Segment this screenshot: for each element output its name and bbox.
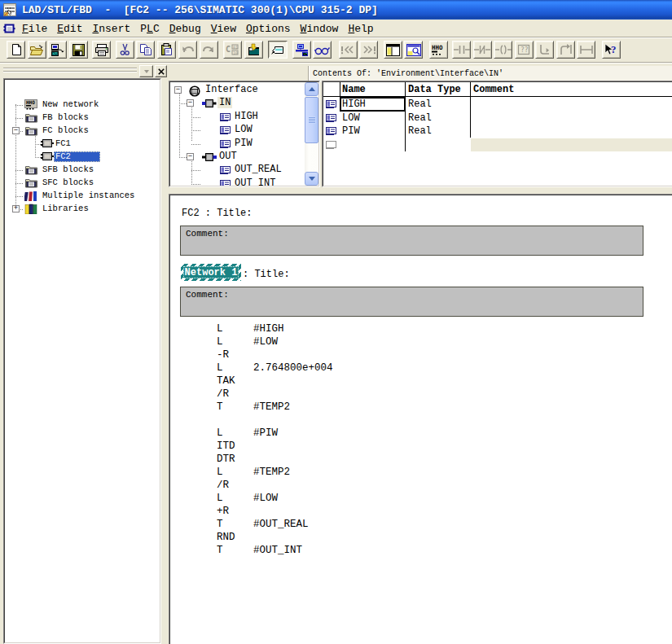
network-chip[interactable]: Network 1 [181, 264, 241, 281]
chevron-down-icon [309, 177, 315, 181]
comment-label: Comment: [186, 290, 229, 300]
expander-minus-icon[interactable]: − [174, 86, 182, 94]
overview-close-button[interactable] [155, 65, 167, 77]
table-row[interactable]: HIGHReal [323, 98, 672, 111]
save-icon [72, 44, 85, 56]
overview-pane: HHONew networkFB blocks−FC blocksFC1FC2S… [0, 64, 169, 644]
multi-icon [24, 191, 37, 201]
table-row[interactable]: LOWReal [323, 112, 672, 125]
open-branch-icon [538, 44, 552, 55]
menu-items: FileEditInsertPLCDebugViewOptionsWindowH… [15, 21, 379, 36]
close-branch-button [556, 41, 575, 59]
decl-icon [219, 112, 231, 121]
download-button[interactable] [48, 41, 67, 59]
open-icon [29, 44, 44, 56]
menu-insert[interactable]: Insert [87, 21, 135, 37]
network-comment-box[interactable]: Comment: [180, 287, 643, 317]
table-row[interactable]: PIWReal [323, 125, 672, 138]
paste-button[interactable] [157, 41, 176, 59]
document-window-icon[interactable] [3, 24, 15, 34]
folder-icon [24, 125, 38, 136]
menu-edit[interactable]: Edit [52, 21, 87, 37]
overview-item-label[interactable]: SFB blocks [41, 164, 95, 175]
overview-item-label[interactable]: New network [41, 99, 100, 110]
overview-item-label[interactable]: Libraries [41, 204, 90, 214]
interface-tree-scrollbar[interactable] [305, 82, 318, 186]
help-button[interactable]: ? [602, 41, 621, 59]
menu-help[interactable]: Help [343, 21, 378, 37]
overview-grip[interactable] [3, 68, 137, 72]
save-button[interactable] [69, 41, 88, 59]
interface-item-high[interactable]: HIGH [233, 111, 260, 122]
chevron-up-icon [309, 87, 315, 91]
menu-view[interactable]: View [206, 21, 241, 37]
interface-item-out_int[interactable]: OUT_INT [233, 177, 277, 186]
expander-plus-icon[interactable]: + [12, 205, 20, 212]
svg-text:HHO: HHO [432, 44, 443, 51]
title-bar: LAD/STL/FBD - [FC2 -- 256\SIMATIC 300(1)… [0, 0, 672, 20]
contents-header: Contents Of: 'Environment\Interface\IN' [308, 66, 672, 82]
cell-data-type[interactable]: Real [408, 112, 432, 124]
menu-debug[interactable]: Debug [165, 21, 206, 37]
cut-button[interactable] [116, 41, 134, 59]
cell-data-type[interactable]: Real [408, 99, 432, 110]
cell-name[interactable]: LOW [342, 112, 360, 124]
scroll-down-button[interactable] [305, 172, 318, 186]
print-button[interactable] [92, 41, 111, 59]
new-network-button[interactable]: HHO [429, 41, 448, 59]
new-button[interactable] [7, 41, 25, 59]
next-error-button [359, 41, 378, 59]
download-to-plc-button[interactable] [244, 41, 263, 59]
overview-item-label[interactable]: FB blocks [41, 112, 90, 123]
overview-dropdown-button[interactable] [139, 65, 153, 77]
cut-icon [120, 43, 130, 56]
code-editor[interactable]: FC2 : Title: Comment: Network 1 : Title:… [169, 195, 672, 644]
svg-text:10: 10 [233, 50, 238, 55]
folder-icon [24, 164, 38, 175]
stl-code[interactable]: L #HIGH L #LOW -R L 2.764800e+004 TAK /R… [217, 322, 333, 557]
overview-item-label[interactable]: Multiple instances [41, 191, 136, 201]
scrollbar-thumb[interactable] [305, 97, 318, 143]
paste-icon [160, 43, 173, 56]
table-row[interactable] [323, 138, 672, 151]
fc-chip-icon [41, 138, 54, 148]
out-plug-icon [202, 152, 217, 162]
split-window-icon [386, 44, 400, 56]
menu-file[interactable]: File [17, 21, 52, 37]
column-header-data-type[interactable]: Data Type [408, 84, 461, 95]
overview-item-label[interactable]: FC blocks [41, 125, 90, 136]
overview-item-label[interactable]: FC2 [54, 151, 100, 162]
redo-button [200, 41, 218, 59]
expander-minus-icon[interactable]: − [187, 99, 194, 107]
overview-toggle-button[interactable] [384, 41, 402, 59]
interface-item-out[interactable]: OUT [217, 151, 239, 162]
block-comment-box[interactable]: Comment: [180, 226, 643, 256]
menu-plc[interactable]: PLC [135, 21, 164, 37]
monitor-button[interactable] [313, 41, 332, 59]
symbolic-address-button[interactable] [268, 41, 288, 59]
program-structure-button[interactable] [292, 41, 311, 59]
expander-minus-icon[interactable]: − [187, 153, 194, 160]
menu-window[interactable]: Window [296, 21, 344, 37]
open-button[interactable] [28, 41, 46, 59]
overview-item-label[interactable]: SFC blocks [41, 177, 95, 188]
interface-item-out_real[interactable]: OUT_REAL [233, 164, 283, 175]
expander-minus-icon[interactable]: − [12, 127, 20, 134]
overview-item-label[interactable]: FC1 [54, 138, 72, 149]
copy-button[interactable] [136, 41, 155, 59]
column-header-name[interactable]: Name [342, 84, 366, 95]
interface-item-low[interactable]: LOW [233, 124, 254, 135]
contents-header-label: Contents Of: 'Environment\Interface\IN' [313, 69, 503, 78]
decl-icon [325, 99, 337, 108]
scroll-up-button[interactable] [305, 82, 318, 96]
detail-view-button[interactable] [404, 41, 423, 59]
menu-options[interactable]: Options [241, 21, 296, 37]
interface-item-interface[interactable]: Interface [204, 84, 260, 95]
interface-item-in[interactable]: IN [217, 97, 232, 108]
cell-name[interactable]: PIW [342, 125, 360, 137]
column-header-comment[interactable]: Comment [473, 84, 514, 95]
structure-icon [295, 43, 309, 56]
undo-icon [182, 44, 195, 55]
interface-item-piw[interactable]: PIW [233, 138, 254, 149]
cell-data-type[interactable]: Real [408, 125, 432, 137]
